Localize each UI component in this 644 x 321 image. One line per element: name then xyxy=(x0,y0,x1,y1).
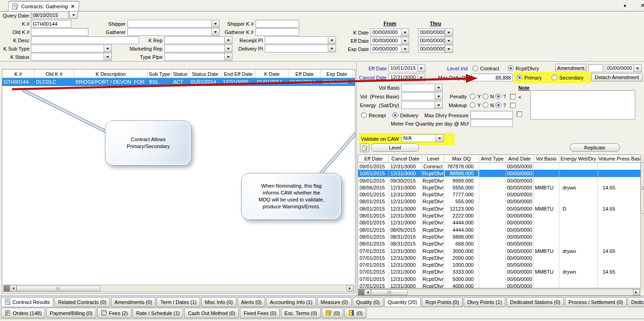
tab-term-dates-1[interactable]: Term / Dates (1) xyxy=(157,297,200,307)
table-row[interactable]: 08/01/201512/31/3000Rcpt/Dlvry4444.00000… xyxy=(358,219,640,226)
tab-rate-schedule-1[interactable]: Rate / Schedule (1) xyxy=(133,308,184,318)
validate-on-caw-combo[interactable]: N/A xyxy=(401,134,444,142)
radio-secondary[interactable]: Secondary xyxy=(551,75,584,80)
gatherer-k-number-input[interactable] xyxy=(255,28,299,36)
column-header[interactable]: Status Date xyxy=(189,69,221,78)
eff-date-from-combo[interactable]: 00/00/0000 xyxy=(371,37,409,45)
eff-date-thru-combo[interactable]: 00/00/0000 xyxy=(418,37,453,45)
vol-press-base-combo[interactable] xyxy=(401,92,443,100)
tab-quantity-20[interactable]: Quantity (20) xyxy=(384,297,421,307)
tab-overflow-icon[interactable]: ▼ xyxy=(623,3,627,9)
receipt-pt-combo[interactable] xyxy=(265,36,336,44)
column-header[interactable]: Vol Basis xyxy=(534,155,559,163)
table-row[interactable]: 08/01/201512/31/3000Rcpt/Dlvry555.00000/… xyxy=(358,198,640,205)
column-header[interactable]: Old K # xyxy=(35,69,74,78)
radio-level-contract[interactable]: Contract xyxy=(472,65,499,71)
column-header[interactable]: End Eff Date xyxy=(221,69,255,78)
table-row[interactable]: 07/01/201512/31/3000Rcpt/Dlvry5000.00000… xyxy=(358,275,640,282)
table-row[interactable]: 09/01/201509/30/2015Rcpt/Dlvry9999.00000… xyxy=(358,177,640,184)
tab-contract-results[interactable]: 1Contract Results xyxy=(1,297,53,307)
query-date-field[interactable]: 08/10/2015 xyxy=(31,11,69,19)
tab-process-settlement-0[interactable]: Process / Settlement (0) xyxy=(565,297,627,307)
meter-fee-field[interactable] xyxy=(470,119,513,127)
column-header[interactable]: Max DQ xyxy=(444,155,479,163)
k-desc-input[interactable] xyxy=(31,36,139,44)
column-header[interactable]: K Description xyxy=(74,69,148,78)
table-row[interactable]: 08/01/201508/05/2015Rcpt/Dlvry4444.00000… xyxy=(358,226,640,233)
table-row[interactable]: GTH00144DLCDLCBRIDGEPORT / DEVON FORBSLA… xyxy=(2,78,355,86)
tab-fees-2[interactable]: Fees (2) xyxy=(97,308,132,318)
column-header[interactable]: K Date xyxy=(255,69,289,78)
exp-date-from-combo[interactable]: 00/00/0000 xyxy=(371,45,409,53)
k-date-from-combo[interactable]: 00/00/0000 xyxy=(371,29,409,36)
pressure-checkbox[interactable] xyxy=(516,111,522,117)
scrollbar-thumb[interactable] xyxy=(641,162,644,214)
replicate-button[interactable]: Replicate xyxy=(570,143,620,152)
scroll-right-button[interactable] xyxy=(633,289,640,295)
table-row[interactable]: 10/01/201512/31/3000Rcpt/Dlvry88888.0000… xyxy=(358,170,640,177)
shipper-combo[interactable] xyxy=(128,20,220,28)
table-row[interactable]: 08/01/201512/31/3000Rcpt/Dlvry2222.00000… xyxy=(358,212,640,219)
tab-related-contracts-0[interactable]: Related Contracts (0) xyxy=(54,297,110,307)
scrollbar-thumb[interactable] xyxy=(17,286,100,292)
tab-dlvry-points-1[interactable]: Dlvry Points (1) xyxy=(464,297,505,307)
tab-dedicated-stations-0[interactable]: Dedicated Stations (0) xyxy=(506,297,564,307)
amendment-button[interactable]: Amendment xyxy=(555,64,586,72)
radio-delivery[interactable]: Delivery xyxy=(392,112,418,118)
table-row[interactable]: 07/01/201512/31/3000Rcpt/Dlvry1000.00000… xyxy=(358,261,640,268)
delivery-pt-combo[interactable] xyxy=(265,45,336,52)
tab-fixed-fees-0[interactable]: Fixed Fees (0) xyxy=(240,308,280,318)
table-row[interactable]: 08/01/201508/31/2015Rcpt/Dlvry9898.00000… xyxy=(358,233,640,240)
column-header[interactable]: Cancel Date xyxy=(389,155,422,163)
tab-accounting-info-1[interactable]: Accounting Info (1) xyxy=(266,297,316,307)
column-header[interactable]: Eff Date xyxy=(358,155,389,163)
column-header[interactable]: Energy Wet/Dry xyxy=(559,155,598,163)
k-sub-type-combo[interactable] xyxy=(31,45,112,52)
column-header[interactable]: Sub Type xyxy=(148,69,172,78)
table-row[interactable]: 08/01/201512/31/3000Rcpt/Dlvry7777.00000… xyxy=(358,191,640,198)
column-header[interactable]: Eff Date xyxy=(289,69,321,78)
column-header[interactable]: K # xyxy=(2,69,35,78)
tab-contracts-gathering[interactable]: Contracts: Gathering ✕ xyxy=(8,1,80,11)
close-icon[interactable]: ✕ xyxy=(70,4,75,9)
radio-makeup-unknown[interactable]: ? xyxy=(495,102,506,108)
table-row[interactable]: 07/01/201512/31/3000Rcpt/Dlvry2000.00000… xyxy=(358,254,640,261)
radio-makeup-n[interactable]: N xyxy=(482,102,494,108)
k-status-combo[interactable] xyxy=(31,53,112,61)
tab-orders-148[interactable]: Orders (148) xyxy=(1,308,45,318)
exp-date-thru-combo[interactable]: 00/00/0000 xyxy=(418,45,453,53)
tab-0[interactable]: (0) xyxy=(344,308,366,318)
max-dlvry-pressure-field[interactable] xyxy=(470,111,513,119)
radio-receipt[interactable]: Receipt xyxy=(361,112,386,118)
detail-eff-date-combo[interactable]: 10/01/2015 xyxy=(389,64,425,72)
tabstrip-close-icon[interactable]: ✕ xyxy=(640,3,644,8)
tab-cash-out-method-0[interactable]: Cash Out Method (0) xyxy=(184,308,239,318)
table-row[interactable]: 09/01/201512/31/3000Contract787878.00000… xyxy=(358,163,640,170)
table-row[interactable]: 07/01/201512/31/3000Rcpt/Dlvry4000.00000… xyxy=(358,282,640,288)
column-header[interactable]: Status xyxy=(172,69,189,78)
right-grid-vscrollbar[interactable] xyxy=(640,155,644,289)
k-number-input[interactable]: GTH00144 xyxy=(31,20,71,28)
scroll-right-button[interactable] xyxy=(347,285,354,292)
column-header[interactable]: Amd Date xyxy=(506,155,534,163)
amendment-date-combo[interactable]: 00/00/0000 xyxy=(605,64,642,72)
amendment-ref-field[interactable] xyxy=(588,64,603,72)
query-date-dropdown-button[interactable] xyxy=(69,11,78,19)
table-row[interactable]: 08/06/201512/31/3000Rcpt/Dlvry5556.00000… xyxy=(358,184,640,191)
column-header[interactable]: Amd Type xyxy=(479,155,506,163)
column-header[interactable]: Level xyxy=(422,155,444,163)
table-row[interactable]: 08/01/201508/31/2015Rcpt/Dlvry668.00000/… xyxy=(358,240,640,247)
scroll-left-button[interactable] xyxy=(364,289,371,295)
gatherer-combo[interactable] xyxy=(128,28,220,36)
k-date-thru-combo[interactable]: 00/00/0000 xyxy=(418,29,453,36)
tab-payment-billing-0[interactable]: Payment/Billing (0) xyxy=(46,308,96,318)
tab-rcpt-points-0[interactable]: Rcpt Points (0) xyxy=(422,297,463,307)
radio-level-rcpt-dlvry[interactable]: Rcpt/Dlvry xyxy=(508,65,539,71)
cancel-date-combo[interactable]: 12/31/3000 xyxy=(389,74,425,81)
edit-level-icon-button[interactable] xyxy=(360,143,369,152)
radio-primary[interactable]: Primary xyxy=(516,75,542,80)
max-daily-qty-field[interactable]: 88,888 xyxy=(471,74,513,81)
old-k-number-input[interactable] xyxy=(31,28,88,36)
tab-misc-info-0[interactable]: Misc Info (0) xyxy=(201,297,237,307)
tab-dedicated-acreage-0[interactable]: Dedicated Acreage (0) xyxy=(627,297,644,307)
